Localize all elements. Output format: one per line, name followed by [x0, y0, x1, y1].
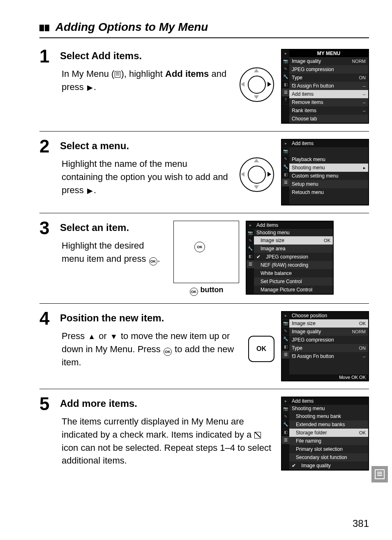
step-title: Select a menu. — [60, 139, 231, 153]
lcd-row: Secondary slot function — [289, 453, 368, 462]
lcd-subheader: Shooting menu — [289, 405, 368, 412]
lcd-header: Add items — [289, 140, 368, 147]
margin-tab-icon — [371, 466, 388, 482]
step-title: Add more items. — [60, 397, 274, 411]
excluded-icon — [254, 432, 261, 438]
step-2: 2 Select a menu. Highlight the name of t… — [39, 132, 369, 213]
lcd-screenshot-3: ▸📷✎🔧◧☰ Add items Shooting menu Image siz… — [246, 221, 334, 295]
camera-illustration: OK OK button — [173, 221, 239, 296]
step-5: 5 Add more items. The items currently di… — [39, 389, 369, 478]
lcd-row: Image sizeOK — [254, 236, 333, 245]
step-title: Position the new item. — [60, 311, 242, 325]
ok-icon: OK — [149, 257, 157, 265]
step-4: 4 Position the new item. Press ▲ or ▼ to… — [39, 304, 369, 389]
step-description: Press ▲ or ▼ to move the new item up or … — [60, 330, 242, 369]
lcd-row: Image area — [254, 245, 333, 253]
lcd-row: Shooting menu▸ — [289, 164, 368, 172]
lcd-row: Set Picture Control — [254, 277, 333, 286]
step-description: Highlight the desired menu item and pres… — [60, 239, 167, 265]
lcd-row: Manage Picture Control — [254, 286, 333, 294]
lcd-row: ✔ JPEG compression — [254, 253, 333, 261]
lcd-row: Custom setting menu — [289, 172, 368, 180]
lcd-row: Add items-- — [289, 90, 368, 98]
lcd-row: ✔ Image quality — [289, 462, 368, 470]
lcd-row: White balance — [254, 269, 333, 277]
lcd-row: TypeON — [289, 344, 368, 352]
lcd-row: Setup menu — [289, 180, 368, 188]
step-3: 3 Select an item. Highlight the desired … — [39, 213, 369, 304]
lcd-row: JPEG compression — [289, 65, 368, 74]
step-description: The items currently displayed in My Menu… — [60, 415, 274, 468]
lcd-row: Playback menu — [289, 155, 368, 164]
lcd-screenshot-5: ▸📷✎🔧◧☰ Add items Shooting menu Shooting … — [281, 397, 369, 471]
section-title: Adding Options to My Menu — [39, 21, 369, 38]
lcd-row: Image qualityNORM — [289, 57, 368, 65]
page-number: 381 — [353, 518, 369, 529]
lcd-subheader: Shooting menu — [254, 229, 333, 236]
lcd-row: Choose tab — [289, 115, 368, 123]
down-arrow-icon: ▼ — [110, 331, 118, 342]
lcd-footer: Move OK OK — [289, 374, 368, 381]
dpad-illustration — [238, 65, 274, 102]
step-title: Select an item. — [60, 221, 167, 235]
lcd-row: Rank items-- — [289, 106, 368, 115]
lcd-title: MY MENU — [289, 50, 368, 57]
lcd-row: Shooting menu bank — [289, 412, 368, 420]
ok-button-illustration: OK — [248, 336, 274, 362]
section-title-text: Adding Options to My Menu — [55, 21, 208, 33]
step-number: 2 — [39, 137, 60, 155]
ok-icon: OK — [164, 348, 172, 356]
step-1: 1 Select Add items. In My Menu (), highl… — [39, 42, 369, 132]
lcd-row: Extended menu banks — [289, 420, 368, 429]
lcd-header: Add items — [254, 222, 333, 229]
step-number: 5 — [39, 395, 60, 413]
lcd-header: Choose position — [289, 312, 368, 319]
lcd-row: File naming — [289, 437, 368, 445]
right-arrow-icon: ▶ — [87, 185, 93, 196]
lcd-row: Retouch menu — [289, 188, 368, 196]
lcd-row: Storage folderOK — [289, 429, 368, 437]
lcd-row: TypeON — [289, 74, 368, 82]
lcd-row: NEF (RAW) recording — [254, 261, 333, 269]
lcd-row: f3 Assign Fn button-- — [289, 352, 368, 360]
lcd-screenshot-1: ▸📷✎🔧◧☰? MY MENU Image qualityNORMJPEG co… — [281, 49, 369, 124]
up-arrow-icon: ▲ — [88, 331, 95, 342]
step-title: Select Add items. — [60, 49, 231, 63]
lcd-row: Primary slot selection — [289, 445, 368, 453]
ok-button-caption: button — [201, 286, 224, 294]
lcd-header: Add items — [289, 397, 368, 405]
lcd-row: f3 Assign Fn button-- — [289, 82, 368, 90]
mymenu-icon — [115, 71, 120, 78]
section-marker-icon — [39, 21, 50, 34]
right-arrow-icon: ▶ — [87, 82, 93, 93]
lcd-row: Remove items-- — [289, 98, 368, 106]
lcd-screenshot-4: ▸📷✎🔧◧☰ Choose position Image sizeOKImage… — [281, 311, 369, 381]
step-number: 4 — [39, 309, 60, 328]
step-description: Highlight the name of the menu containin… — [60, 157, 231, 197]
step-number: 3 — [39, 219, 60, 237]
ok-icon: OK — [190, 288, 198, 296]
lcd-row: JPEG compression — [289, 336, 368, 344]
step-description: In My Menu (), highlight Add items and p… — [60, 67, 231, 94]
step-number: 1 — [39, 47, 60, 65]
lcd-row: Image qualityNORM — [289, 328, 368, 336]
lcd-row: Image sizeOK — [289, 319, 368, 328]
lcd-screenshot-2: ▸📷✎🔧◧☰ Add items Playback menuShooting m… — [281, 139, 369, 205]
dpad-illustration — [238, 155, 274, 192]
